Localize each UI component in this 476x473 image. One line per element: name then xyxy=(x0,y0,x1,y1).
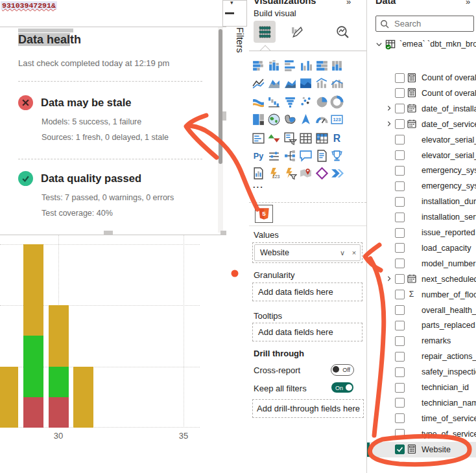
field-checkbox[interactable] xyxy=(395,429,405,439)
visual-type-hundred-stacked-area-chart-icon[interactable] xyxy=(298,76,313,90)
tab-analytics[interactable] xyxy=(331,21,353,43)
visual-type-hundred-stacked-column-chart-icon[interactable] xyxy=(329,58,344,73)
visual-type-multi-row-card-icon[interactable] xyxy=(251,131,265,145)
collapse-pane-icon[interactable]: » xyxy=(466,0,470,6)
bar-segment-gold[interactable] xyxy=(49,305,69,367)
field-row-technician-name[interactable]: technician_name xyxy=(367,395,476,411)
bar-segment-green[interactable] xyxy=(23,336,43,397)
field-checkbox[interactable] xyxy=(395,197,405,207)
field-row-issue-reported[interactable]: issue_reported xyxy=(367,225,476,240)
field-checkbox[interactable] xyxy=(395,290,405,299)
get-more-visuals-button[interactable]: ... xyxy=(253,180,264,190)
visual-type-filled-map-icon[interactable] xyxy=(283,112,297,126)
visual-type-scatter-chart-icon[interactable] xyxy=(298,95,313,109)
visual-type-waterfall-chart-icon[interactable] xyxy=(267,95,281,109)
field-row-parts-replaced[interactable]: parts_replaced xyxy=(367,317,476,333)
search-box[interactable] xyxy=(375,16,474,32)
visual-type-decomposition-tree-icon[interactable] xyxy=(283,148,297,163)
chevron-right-icon[interactable] xyxy=(386,120,392,129)
field-checkbox[interactable] xyxy=(395,213,405,222)
field-row-installation-serv[interactable]: installation_serv.. xyxy=(367,209,476,225)
minimize-icon[interactable] xyxy=(225,12,234,14)
field-checkbox[interactable] xyxy=(395,444,405,454)
remove-field-icon[interactable]: × xyxy=(348,249,360,257)
html5-custom-visual-icon[interactable]: 5 xyxy=(255,205,273,223)
field-checkbox[interactable] xyxy=(395,119,405,129)
field-checkbox[interactable] xyxy=(395,104,405,113)
visual-type-stacked-bar-chart-icon[interactable] xyxy=(251,58,265,73)
field-row-date-of-service[interactable]: date_of_service xyxy=(367,117,476,132)
field-checkbox[interactable] xyxy=(395,274,405,284)
field-checkbox[interactable] xyxy=(395,367,405,377)
visual-type-power-apps-123-icon[interactable]: 123 xyxy=(267,166,281,180)
field-row-load-capacity[interactable]: load_capacity xyxy=(367,240,476,256)
bar-segment-red[interactable] xyxy=(23,397,43,428)
visual-type-area-chart-icon[interactable] xyxy=(267,76,281,90)
stacked-column-chart-visual[interactable]: 3035 xyxy=(0,235,226,456)
visual-type-hundred-stacked-bar-chart-icon[interactable] xyxy=(315,58,329,73)
visual-type-line-stacked-column-chart-icon[interactable] xyxy=(315,76,329,90)
field-row-overall-health-c[interactable]: overall_health_c.. xyxy=(367,303,476,318)
visual-type-card-icon[interactable]: 123 xyxy=(329,112,344,126)
field-checkbox[interactable] xyxy=(395,398,405,408)
visual-type-key-influencers-icon[interactable] xyxy=(267,148,281,163)
cross-report-toggle[interactable]: Off xyxy=(331,364,354,376)
field-checkbox[interactable] xyxy=(395,181,405,191)
field-pill-website[interactable]: Website ∨ × xyxy=(254,244,361,261)
visual-type-paginated-report-icon[interactable] xyxy=(251,166,265,180)
field-checkbox[interactable] xyxy=(395,73,405,83)
visual-type-power-apps-icon[interactable] xyxy=(315,166,329,180)
chevron-down-icon[interactable]: ∨ xyxy=(337,249,348,257)
visual-type-stacked-area-chart-icon[interactable] xyxy=(283,76,297,90)
bar-segment-gold[interactable] xyxy=(73,367,93,428)
visual-type-treemap-icon[interactable] xyxy=(251,112,265,126)
chevron-right-icon[interactable] xyxy=(386,104,392,113)
scrollbar-thumb[interactable] xyxy=(219,29,222,164)
field-row-safety-inspectio[interactable]: safety_inspectio.. xyxy=(367,364,476,380)
collapse-pane-icon[interactable]: » xyxy=(346,0,351,6)
visual-type-pie-chart-icon[interactable] xyxy=(315,95,329,109)
field-checkbox[interactable] xyxy=(395,88,405,98)
field-checkbox[interactable] xyxy=(395,135,405,144)
visual-type-clustered-column-chart-icon[interactable] xyxy=(298,58,313,73)
chevron-right-icon[interactable] xyxy=(386,275,392,284)
field-row-count-of-overal[interactable]: Count of overal.. xyxy=(367,86,476,101)
values-field-well[interactable]: Website ∨ × xyxy=(252,242,363,263)
field-row-count-of-overal[interactable]: Count of overal.. xyxy=(367,70,476,86)
visual-type-smart-narrative-icon[interactable] xyxy=(315,148,329,163)
chevron-down-icon[interactable] xyxy=(375,41,383,48)
field-checkbox[interactable] xyxy=(395,259,405,268)
visual-type-python-icon[interactable]: Py xyxy=(251,148,265,163)
visual-type-power-automate-trigger-icon[interactable] xyxy=(283,166,297,180)
visual-type-line-chart-icon[interactable] xyxy=(251,76,265,90)
visual-type-power-automate-icon[interactable] xyxy=(329,166,344,180)
field-checkbox[interactable] xyxy=(395,150,405,160)
visual-type-azure-map-icon[interactable] xyxy=(298,112,313,126)
visual-header-menu[interactable]: ▾ xyxy=(222,0,247,27)
field-checkbox[interactable] xyxy=(395,352,405,362)
tooltips-field-well[interactable]: Add data fields here xyxy=(252,323,363,341)
field-checkbox[interactable] xyxy=(395,243,405,253)
field-checkbox[interactable] xyxy=(395,413,405,423)
table-row-root[interactable]: `emea` `dbt_mkn_bron.. xyxy=(367,36,476,52)
field-row-time-of-service[interactable]: time_of_service xyxy=(367,411,476,426)
field-row-number-of-floo[interactable]: Σnumber_of_floo.. xyxy=(367,287,476,303)
visual-type-r-script-icon[interactable]: R xyxy=(329,131,344,145)
filters-pane-label[interactable]: Filters xyxy=(235,27,245,52)
field-row-remarks[interactable]: remarks xyxy=(367,333,476,349)
visual-type-arcgis-map-icon[interactable] xyxy=(298,166,313,180)
field-row-website[interactable]: Website xyxy=(367,442,476,457)
visual-type-line-clustered-column-chart-icon[interactable] xyxy=(329,76,344,90)
visual-type-table-icon[interactable] xyxy=(298,131,313,145)
search-input[interactable] xyxy=(393,18,467,29)
field-row-installation-dur[interactable]: installation_dur.. xyxy=(367,194,476,209)
field-row-model-number[interactable]: model_number xyxy=(367,256,476,271)
field-row-emergency-syst[interactable]: emergency_syst.. xyxy=(367,163,476,178)
visual-type-slicer-icon[interactable] xyxy=(283,131,297,145)
data-health-visual[interactable]: Data health Last check completed today a… xyxy=(0,27,226,235)
visual-type-map-icon[interactable] xyxy=(267,112,281,126)
field-checkbox[interactable] xyxy=(395,305,405,315)
resize-handle-bottom[interactable] xyxy=(104,231,113,235)
keep-all-filters-toggle[interactable]: On xyxy=(331,382,353,393)
field-row-elevator-serial[interactable]: elevator_serial_.. xyxy=(367,148,476,163)
